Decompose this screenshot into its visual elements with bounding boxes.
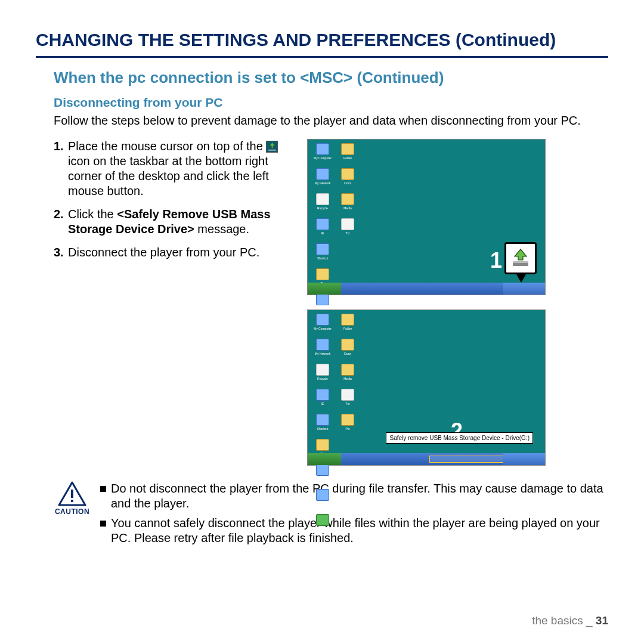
start-button <box>308 453 341 465</box>
svg-rect-2 <box>71 490 73 498</box>
step-3-text: Disconnect the player from your PC. <box>68 245 295 260</box>
start-button <box>308 283 341 295</box>
content-row: 1. Place the mouse cursor on top of the … <box>54 139 608 466</box>
desktop-icons: My Computer Folder My Network Docs Recyc… <box>311 314 377 537</box>
screenshot-2: My Computer Folder My Network Docs Recyc… <box>307 309 546 466</box>
footer-section: the basics _ <box>532 614 592 627</box>
step-2: 2. Click the <Safely Remove USB Mass Sto… <box>54 207 295 237</box>
screenshot-1: My Computer Folder My Network Docs Recyc… <box>307 139 546 295</box>
step-2-text-a: Click the <box>68 208 117 221</box>
section-header: Disconnecting from your PC <box>54 95 608 110</box>
step-1: 1. Place the mouse cursor on top of the … <box>54 139 295 199</box>
system-tray <box>503 283 545 295</box>
page-title: CHANGING THE SETTINGS AND PREFERENCES (C… <box>36 30 608 58</box>
step-1-text-a: Place the mouse cursor on top of the <box>68 140 266 153</box>
caution-icon: CAUTION <box>54 481 91 516</box>
page-number: 31 <box>596 614 608 627</box>
taskbar <box>308 283 545 295</box>
step-1-text-b: icon on the taskbar at the bottom right … <box>68 154 269 197</box>
steps-list: 1. Place the mouse cursor on top of the … <box>54 139 295 466</box>
screenshots-column: My Computer Folder My Network Docs Recyc… <box>307 139 546 466</box>
step-body: Place the mouse cursor on top of the ico… <box>68 139 295 199</box>
safely-remove-hardware-icon <box>266 141 278 153</box>
callout-box-1 <box>504 242 537 274</box>
callout-number-1: 1 <box>490 248 502 273</box>
taskbar <box>308 453 545 465</box>
intro-text: Follow the steps below to prevent damage… <box>54 113 608 128</box>
svg-rect-1 <box>513 261 528 263</box>
page-footer: the basics _ 31 <box>532 614 608 627</box>
manual-page: CHANGING THE SETTINGS AND PREFERENCES (C… <box>0 0 644 644</box>
bullet-icon <box>100 521 106 527</box>
safely-remove-tooltip: Safely remove USB Mass Storage Device - … <box>386 432 533 444</box>
safely-remove-hardware-icon <box>510 248 531 268</box>
page-subtitle: When the pc connection is set to <MSC> (… <box>54 69 608 87</box>
step-3: 3. Disconnect the player from your PC. <box>54 245 295 260</box>
step-number: 1. <box>54 139 68 199</box>
system-tray <box>503 453 545 465</box>
svg-rect-3 <box>71 500 73 502</box>
step-2-text-b: message. <box>197 222 249 236</box>
step-number: 2. <box>54 207 68 237</box>
step-body: Click the <Safely Remove USB Mass Storag… <box>68 207 295 237</box>
step-number: 3. <box>54 245 68 260</box>
bullet-icon <box>100 486 106 492</box>
caution-label: CAUTION <box>55 507 89 516</box>
